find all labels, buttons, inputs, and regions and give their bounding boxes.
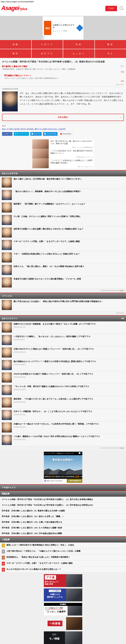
follow-button[interactable]: フォローする	[43, 132, 58, 136]
nav-item-sports[interactable]: スポーツ	[32, 40, 63, 49]
banner-title: アサ雀	[45, 575, 56, 580]
list-item[interactable]: 田中角栄 日本が酔いしれた親分力（3）悪条件が重なる大仕事への挑戦	[0, 508, 126, 514]
article-title: 安倍昭恵夫人、「私的な“桜を見る会”を楽しんだ」写真報道で批判殺到！	[6, 556, 70, 558]
banner-catch: オトコの悩みをズバリ回答	[45, 607, 63, 610]
list-item[interactable]: 桐谷美玲、「デカ盛りナポリタン食いをアピール」も巻き起こった心配の声 | アサ芸…	[0, 396, 126, 409]
article-title: 28歳のセーラー服はキツすぎ？それとも…？山本美月の中学生役に漂う「昭和感」 |…	[14, 423, 99, 425]
ad-sponsor: PR/フォーマルクライン	[51, 166, 93, 168]
list-item[interactable]: 田中角栄 日本が酔いしれた親分力（12）心遣いで金の価値を変える	[0, 519, 126, 525]
tag-link[interactable]: 週刊アサヒ芸能 2016年 8/18・25合併号	[35, 128, 66, 130]
ad-spec-line: 最寄駅徒歩5分/開放的な高台立地/敷地面積135㎡超	[44, 474, 82, 479]
nav-item-shakai[interactable]: 社会	[63, 40, 94, 49]
tag-link[interactable]: 政治家	[14, 128, 20, 130]
sponsored-ad-item[interactable]: 「トイレが必ず詰まります」飲む腸内洗浄で10年分の宿便がドバパッ！ PR/株式会…	[32, 149, 94, 159]
article-thumbnail	[2, 278, 12, 288]
list-item[interactable]: 妊娠中だけど大丈夫？高橋真麻、まさかの激ヤバ変化で「Gカップに危機」が！| アサ…	[0, 321, 126, 334]
article-title: マギーが「ピラティス写真」公開！「まるでアンダーウエア」な服装に騒然	[14, 240, 80, 242]
list-item[interactable]: 江頭2:50が大ウケした理由とは？/芸能ユーチューバー「成否の境い目」（3）| …	[0, 346, 126, 359]
recommend-list: 服から胸がこぼれる！石川秀美の娘・薬丸玲美の極大バスト写真がスゴすぎッ 「後ろか…	[0, 176, 126, 289]
tag-link[interactable]: 大下英治	[6, 128, 14, 130]
promo-banner-health[interactable]: 秋津壽男 オトコの悩みをズバリ回答 「どっち?」の健康学	[44, 603, 82, 616]
list-item[interactable]: 深田恭子が妖艶ドレス姿を披露！胸の渓谷より目を引いた“肉感的な部位”とは？	[0, 226, 126, 239]
social-buttons: いいね！ 0 B!ブックマーク 0 ツイート フォローする Social New…	[2, 132, 124, 138]
ad-info-icon[interactable]: i	[43, 36, 45, 38]
list-item[interactable]: スペシャル対談・田中京×大下英治「今の日本には“田中角栄”が必要だ」（1）息子が…	[0, 497, 126, 502]
ranked-list-item[interactable]: 3 安倍昭恵夫人、「私的な“桜を見る会”を楽しんだ」写真報道で批判殺到！	[0, 554, 126, 561]
list-item[interactable]: 服から胸がこぼれる！石川秀美の娘・薬丸玲美の極大バスト写真がスゴすぎッ	[0, 176, 126, 189]
ad-cta-button[interactable]: ご見学予約受付中	[67, 479, 82, 483]
read-more-button[interactable]: 全文を読む ›	[2, 114, 124, 121]
promo-banner-hair[interactable]: こっそり始める 40歳からの髪対策マニュアル	[44, 588, 82, 601]
top-button[interactable]: TOP	[105, 6, 117, 11]
tweet-button[interactable]: ツイート	[30, 132, 42, 136]
list-item[interactable]: 天才テリー伊藤対談「奈月セナ」（2）ここまで美人だとやっかいだよなァ | アサ芸…	[0, 409, 126, 421]
list-item[interactable]: マギー、大胆肌見せ私服公開もファンが思わず口にした“的確な苦言”とは？	[0, 251, 126, 264]
article-area: スペシャル対談・田中京×大下英治「今の日本には“田中角栄”が必要だ」（2）角栄が…	[0, 58, 126, 138]
ad-info-icon[interactable]: i	[79, 452, 80, 454]
list-item[interactable]: 「サンジャポ」卒業、西川史子“激痩せ”も指摘されたキャラ作りの苦悩 | アサ芸プ…	[0, 384, 126, 396]
list-item[interactable]: 田中角栄 日本が酔いしれた親分力（11）強引にもぎ取った「勝機」！	[0, 514, 126, 519]
list-item[interactable]: 米倉涼子の退社で崩壊するオスカーとテレ朝の蜜月関係と「ドクターX」終焉	[0, 276, 126, 289]
ranked-list-item[interactable]: 5 キムタク次女がスポンサーから敬遠される意外な理由とは！？	[0, 567, 126, 573]
list-item[interactable]: 「後ろから突きたい！」岡副麻希、猫伸びポーズにまたも妄想爆発の声殺到！	[0, 189, 126, 201]
site-logo[interactable]: Asagei+plus	[1, 5, 27, 11]
list-item[interactable]: 一方的すぎた？八嶋智人、「あべさんが、だいぶおかしい」発言が物議！| アサ芸プラ…	[0, 334, 126, 346]
houses-illustration	[44, 468, 82, 474]
like-button[interactable]: いいね！ 0	[2, 132, 12, 136]
tag-link[interactable]: 田中京	[20, 128, 27, 130]
list-item[interactable]: 嵐の活動休止も“ロックアウト”！？新型コロナ対策で1年先延ばし要望が急浮上 | …	[0, 359, 126, 371]
banner-photo	[66, 574, 82, 587]
tag-link[interactable]: 政治	[2, 128, 6, 130]
nav-item-entame[interactable]: エンタメ	[63, 49, 94, 58]
sponsored-ad-item[interactable]: AYA「逆に中年太りは一瞬」家なのにジム以上のボディが…簡単すぎて話題 PR/ア…	[32, 139, 94, 149]
rank-badge: 3	[2, 556, 5, 560]
rank-badge: 2	[2, 550, 5, 554]
list-item[interactable]: GACKTは本気度ゼロでお遊び？/芸能ユーチューバー「成否の境い目」（6）| ア…	[0, 371, 126, 384]
article-date: (2020年3月28日)	[14, 364, 96, 366]
nav-item-otona[interactable]: 大人	[95, 49, 126, 58]
promo-banner-mahjong[interactable]: アサ雀 意外と知らない!?麻雀の世界	[44, 574, 82, 587]
ad-title: AYA「逆に中年太りは一瞬」家なのにジム以上のボディが…簡単すぎて話題	[51, 140, 93, 145]
ranked-list-item[interactable]: 2 人前で夜の営みを！？沢尻エリカ、「18歳からクスリ漬け＆ハメまくり生活」の衝…	[0, 548, 126, 554]
sponsored-ad-item[interactable]: 「ニベアと〇〇を混ぜればシミは簡単だよ？」美容専門家の暴露でSNS炎上 PR/フ…	[32, 159, 94, 168]
nav-item-seiji[interactable]: 政治	[95, 40, 126, 49]
list-item[interactable]: スペシャル対談・田中京×大下英治「今の日本には“田中角栄”が必要だ」（3）田中角…	[0, 502, 126, 508]
social-news-button[interactable]: Social News	[59, 132, 73, 136]
list-item[interactable]: バス旅Z、最新回ルートを大予想！やはり“田中＆羽田を辞めさせる”難関ルートか？ …	[0, 434, 126, 446]
rank-badge: 5	[2, 568, 5, 572]
list-item[interactable]: マギーが「ピラティス写真」公開！「まるでアンダーウエア」な服装に騒然	[0, 239, 126, 251]
ad-info-icon[interactable]: i	[121, 65, 123, 67]
search-icon[interactable]	[120, 6, 123, 10]
ranked-list-item[interactable]: 4 マギーが「ピラティス写真」公開！「まるでアンダーウエア」な服装に騒然	[0, 561, 126, 567]
ranked-list-item[interactable]: 1 落胆したの！？桜井日奈子の“橋本環奈絡み”告白に世間から「失礼！」の洗礼	[0, 542, 126, 548]
text-ad[interactable]: 即日融資も可能なカードローン 大手カードローンなので初めてでも安心！来店不要で2…	[2, 74, 124, 82]
display-ad-banner[interactable]: レーベンプラッツ流山セントラルパーク i× 事前案内会開催中! 最寄駅徒歩5分/…	[44, 452, 82, 483]
list-item[interactable]: 28歳のセーラー服はキツすぎ？それとも…？山本美月の中学生役に漂う「昭和感」 |…	[0, 421, 126, 434]
promo-banner-mono[interactable]: 注目! モノ情報	[44, 632, 82, 644]
ad-close-icon[interactable]: ×	[81, 452, 82, 454]
list-item[interactable]: 髪に不安があればこれを読め！ 薄毛に悩む中高年の不満に対する専門家の回答が的確で…	[0, 299, 126, 311]
tag-link[interactable]: 田中角栄	[27, 128, 35, 130]
main-nav: 芸能 スポーツ 社会 政治 事件 女子アナ エンタメ 大人	[0, 40, 126, 58]
nav-item-jiken[interactable]: 事件	[0, 49, 31, 58]
nav-item-geino[interactable]: 芸能	[0, 40, 31, 49]
text-ad[interactable]: i× 蛇口修理なら最短15分で解決 24時間365日対応。お電話1本で最短20分…	[2, 65, 124, 73]
ad-close-icon[interactable]: ×	[123, 65, 124, 67]
article-title: テレ朝・三谷紬、ダイエットに挑戦も“男性ファンから悲鳴”の「切実な理由」	[14, 215, 82, 218]
list-item[interactable]: テレ朝・三谷紬、ダイエットに挑戦も“男性ファンから悲鳴”の「切実な理由」	[0, 214, 126, 226]
article-title: 「サンジャポ」卒業、西川史子“激痩せ”も指摘されたキャラ作りの苦悩 | アサ芸プ…	[14, 385, 89, 388]
article-title: マギー、大胆肌見せ私服公開もファンが思わず口にした“的確な苦言”とは？	[14, 253, 80, 255]
related-list: スペシャル対談・田中京×大下英治「今の日本には“田中角栄”が必要だ」（1）息子が…	[0, 497, 126, 536]
nav-item-joshiana[interactable]: 女子アナ	[32, 49, 63, 58]
list-item[interactable]: 田中角栄 日本が酔いしれた親分力（19）日中会談は波乱含みの開幕	[0, 531, 126, 536]
article-thumbnail	[2, 265, 12, 275]
promo-banner-sakaba[interactable]: 一杯酒場	[44, 617, 82, 630]
hatena-bookmark-button[interactable]: B!ブックマーク 0	[14, 132, 29, 136]
list-item[interactable]: 田中角栄 日本が酔いしれた親分力（14）久々の再会から秘書へ転身	[0, 525, 126, 531]
au-ad-banner[interactable]: au au家族でんき割がおすすめ auショップ 草加 →	[43, 16, 83, 40]
section-header-choice: アサ芸チョイス	[0, 484, 126, 490]
list-item[interactable]: 熊田曜子、〈男子禁制〉胸ドアップ公開動画の「まるでマッパ！」なシーンとは？	[0, 201, 126, 214]
article-title: 「後ろから突きたい！」岡副麻希、猫伸びポーズにまたも妄想爆発の声殺到！	[14, 190, 81, 192]
list-item[interactable]: 沢尻エリカ、「薬と男に溺れた」素顔！（4）“大人の関係”求め始めた相手の面々	[0, 264, 126, 276]
ad-close-icon[interactable]: ×	[43, 38, 45, 40]
